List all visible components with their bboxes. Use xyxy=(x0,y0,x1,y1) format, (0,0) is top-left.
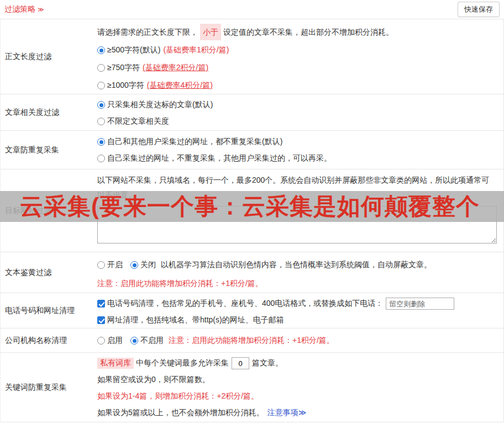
company-clean-enable[interactable]: 启用 xyxy=(97,336,123,346)
header-bar: 过滤策略 ≫ 快速保存 xyxy=(0,0,504,19)
radio-icon[interactable] xyxy=(130,261,138,269)
radio-icon[interactable] xyxy=(97,46,105,54)
row-dedup-collection: 文章防重复采集 自己和其他用户采集过的网址，都不重复采集(默认) 自己采集过的网… xyxy=(1,131,503,169)
watermark-text: 云采集(要来一个事：云采集是如何颠覆整个 xyxy=(0,191,480,222)
phone-clean-option[interactable]: 电话号码清理，包括常见的手机号、座机号、400电话格式，或替换成如下电话： xyxy=(97,295,497,312)
watermark-banner: 云采集(要来一个事：云采集是如何颠覆整个 xyxy=(0,191,504,222)
length-option-500[interactable]: ≥500字符(默认) (基础费率1积分/篇) xyxy=(97,41,497,59)
dedup-option-global[interactable]: 自己和其他用户采集过的网址，都不重复采集(默认) xyxy=(97,134,497,150)
keyword-note-1: 如果留空或设为0，则不限篇数。 xyxy=(97,372,497,388)
company-clean-note: 注意：启用此功能将增加积分消耗：+1积分/篇。 xyxy=(169,336,334,346)
body-length-intro: 请选择需求的正文长度下限，小于设定值的文章不采集，超出部分不增加积分消耗。 xyxy=(97,24,497,40)
porn-option-on[interactable]: 开启 xyxy=(97,260,123,270)
keyword-note-2: 如果设为1-4篇，则增加积分消耗：+2积分/篇。 xyxy=(97,388,497,405)
replacement-phone-input[interactable] xyxy=(386,298,454,310)
max-articles-input[interactable] xyxy=(232,357,249,369)
radio-icon[interactable] xyxy=(97,118,105,125)
row-porn-filter: 文本鉴黄过滤 开启 关闭 以机器学习算法自动识别色情内容，当色情概率达到系统阈值… xyxy=(1,252,503,293)
highlight-chip: 小于 xyxy=(200,24,221,40)
row-keyword-dedup: 关键词防重复采集 私有词库 中每个关键词最多允许采集 篇文章。 如果留空或设为0… xyxy=(1,353,503,422)
row-company-clean: 公司机构名称清理 启用 不启用 注意：启用此功能将增加积分消耗：+1积分/篇。 xyxy=(1,328,503,353)
row-label: 文本鉴黄过滤 xyxy=(1,252,97,293)
quick-save-button[interactable]: 快速保存 xyxy=(458,2,500,17)
keyword-note-3: 如果设为5篇或以上，也不会额外增加积分消耗。 xyxy=(97,408,264,418)
checkbox-icon[interactable] xyxy=(97,300,105,308)
row-phone-url-clean: 电话号码和网址清理 电话号码清理，包括常见的手机号、座机号、400电话格式，或替… xyxy=(1,293,503,328)
relevance-option-strict[interactable]: 只采集相关度达标的文章(默认) xyxy=(97,97,497,113)
radio-icon[interactable] xyxy=(97,64,105,72)
row-label: 关键词防重复采集 xyxy=(1,353,97,422)
radio-icon[interactable] xyxy=(97,101,105,109)
page-title: 过滤策略 xyxy=(4,4,35,14)
radio-icon[interactable] xyxy=(97,261,105,269)
length-option-750[interactable]: ≥750字符 (基础费率2积分/篇) xyxy=(97,59,497,77)
porn-filter-note: 注意：启用此功能将增加积分消耗：+1积分/篇。 xyxy=(97,277,497,290)
radio-icon[interactable] xyxy=(97,82,105,89)
radio-icon[interactable] xyxy=(97,337,105,344)
notice-link[interactable]: 注意事项≫ xyxy=(267,408,307,418)
page-title-wrap[interactable]: 过滤策略 ≫ xyxy=(4,4,44,14)
radio-icon[interactable] xyxy=(97,138,105,146)
row-label: 公司机构名称清理 xyxy=(1,328,97,352)
url-clean-option[interactable]: 网址清理，包括纯域名、带http(s)的网址、电子邮箱 xyxy=(97,312,497,328)
row-label: 文章相关度过滤 xyxy=(1,94,97,130)
private-lexicon-chip[interactable]: 私有词库 xyxy=(97,358,134,369)
checkbox-icon[interactable] xyxy=(97,316,105,324)
dedup-option-self[interactable]: 自己采集过的网址，不重复采集，其他用户采集过的，可以再采。 xyxy=(97,150,497,167)
row-label: 正文长度过滤 xyxy=(1,19,97,94)
radio-icon[interactable] xyxy=(97,155,105,162)
relevance-option-any[interactable]: 不限定文章相关度 xyxy=(97,113,497,130)
company-clean-disable[interactable]: 不启用 xyxy=(130,336,164,346)
row-label: 电话号码和网址清理 xyxy=(1,293,97,328)
radio-icon[interactable] xyxy=(130,337,138,344)
filter-strategy-page: 过滤策略 ≫ 快速保存 正文长度过滤 请选择需求的正文长度下限，小于设定值的文章… xyxy=(0,0,504,424)
porn-option-off[interactable]: 关闭 xyxy=(130,260,156,270)
chevron-double-icon: ≫ xyxy=(38,6,44,13)
length-option-1000[interactable]: ≥1000字符 (基础费率4积分/篇) xyxy=(97,77,497,94)
row-body-length-filter: 正文长度过滤 请选择需求的正文长度下限，小于设定值的文章不采集，超出部分不增加积… xyxy=(1,19,503,94)
row-relevance-filter: 文章相关度过滤 只采集相关度达标的文章(默认) 不限定文章相关度 xyxy=(1,94,503,131)
porn-filter-desc: 以机器学习算法自动识别色情内容，当色情概率达到系统阈值，自动屏蔽文章。 xyxy=(161,260,432,270)
row-label: 文章防重复采集 xyxy=(1,131,97,169)
